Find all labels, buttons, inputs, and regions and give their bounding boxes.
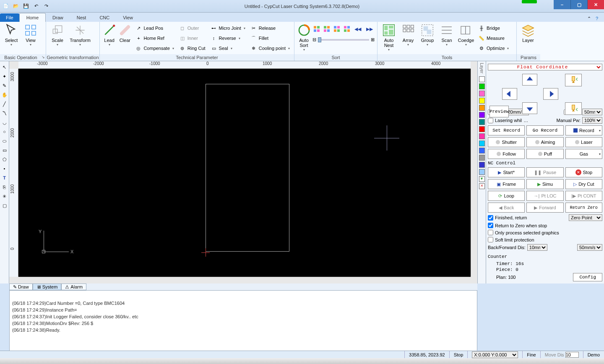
ptloc-button[interactable]: →|Pt LOC: [526, 191, 563, 201]
layer-button[interactable]: Layer: [518, 23, 538, 44]
layer-swatch[interactable]: [479, 98, 485, 104]
maximize-button[interactable]: ▢: [570, 0, 587, 9]
drycut-button[interactable]: ▷Dry Cut: [565, 179, 602, 189]
laserwhile-checkbox[interactable]: [488, 118, 493, 123]
step-select[interactable]: 50mm: [582, 109, 602, 115]
layer-swatch[interactable]: [479, 140, 485, 146]
frame-button[interactable]: ▣Frame: [488, 179, 525, 189]
btab-alarm[interactable]: ⚠Alarm: [61, 283, 86, 290]
file-tab[interactable]: File: [0, 13, 19, 22]
forward-button[interactable]: ▶Forward: [526, 203, 563, 213]
record-button[interactable]: Record▾: [565, 125, 602, 135]
release-button[interactable]: ✂Release: [249, 23, 292, 33]
coolingpoint-button[interactable]: ❄Cooling point▾: [249, 44, 292, 53]
sort-slider[interactable]: [318, 39, 369, 41]
setrecord-button[interactable]: Set Record: [488, 125, 525, 135]
node-icon[interactable]: ✦: [1, 73, 8, 80]
b-icon[interactable]: ▢: [1, 202, 8, 209]
sort-d-icon[interactable]: [343, 24, 351, 34]
simu-button[interactable]: ▶Simu: [526, 179, 563, 189]
jog-right-button[interactable]: [543, 88, 558, 100]
layer-swatch[interactable]: [479, 148, 485, 153]
tab-cnc[interactable]: CNC: [93, 13, 116, 22]
seal-button[interactable]: ▭Seal▾: [209, 44, 247, 53]
coedge-button[interactable]: Coedge ▾: [456, 23, 476, 47]
layer-swatch[interactable]: [479, 76, 485, 82]
jog-left-button[interactable]: [502, 88, 517, 100]
leadpos-button[interactable]: ↗Lead Pos: [133, 23, 175, 33]
softlimit-checkbox[interactable]: [488, 237, 493, 242]
layer-swatch[interactable]: ✕: [479, 183, 485, 189]
new-icon[interactable]: 📄: [3, 3, 9, 10]
line-icon[interactable]: ╱: [1, 101, 8, 107]
follow-button[interactable]: Follow: [488, 149, 525, 159]
stop-button[interactable]: ✕Stop: [565, 167, 602, 177]
log-panel[interactable]: (06/18 17:24:29)Card Number =0, Card typ…: [9, 290, 477, 351]
help-icon[interactable]: ?: [596, 16, 601, 22]
minimize-ribbon-icon[interactable]: ⌃: [587, 16, 593, 22]
scrollbar-horizontal[interactable]: [18, 277, 471, 283]
shutter-button[interactable]: Shutter: [488, 137, 525, 147]
layer-swatch[interactable]: [479, 133, 485, 139]
select-button[interactable]: Select ▾: [2, 23, 21, 47]
finret-checkbox[interactable]: [488, 215, 493, 221]
btab-system[interactable]: 🖥System: [33, 283, 62, 290]
layer-swatch[interactable]: ▼: [479, 176, 485, 182]
dxf-icon[interactable]: ⎘: [1, 184, 8, 190]
autosort-button[interactable]: Auto Sort ▾: [296, 23, 312, 52]
layer-swatch[interactable]: [479, 162, 485, 168]
scale-button[interactable]: Scale ▾: [48, 23, 67, 47]
z-up-button[interactable]: [565, 74, 582, 86]
z-down-button[interactable]: [565, 102, 582, 115]
btab-draw[interactable]: ✎Draw: [9, 283, 33, 290]
layer-swatch[interactable]: [479, 126, 485, 132]
bfspeed-select[interactable]: 50mm/s: [577, 244, 602, 251]
polygon-icon[interactable]: ⬠: [1, 156, 8, 163]
arc-icon[interactable]: ◡: [1, 119, 8, 126]
minimize-button[interactable]: –: [554, 0, 570, 9]
bfdis-select[interactable]: 10mm: [527, 244, 547, 251]
status-xy-select[interactable]: X:0.000 Y:0.000: [472, 351, 518, 358]
ellipse-icon[interactable]: ⬭: [1, 138, 8, 144]
config-button[interactable]: Config: [573, 273, 602, 281]
circle-icon[interactable]: ○: [1, 128, 8, 135]
dot-icon[interactable]: •: [1, 165, 8, 172]
loop-button[interactable]: ⟳Loop: [488, 191, 525, 201]
laser-button[interactable]: Laser: [565, 137, 602, 147]
outer-button[interactable]: ◻Outer: [177, 23, 207, 33]
zeropoint-select[interactable]: Zero Point: [569, 214, 602, 221]
layer-swatch[interactable]: [479, 105, 485, 111]
scrollbar-vertical[interactable]: [471, 69, 477, 277]
undo-icon[interactable]: ↶: [33, 3, 39, 10]
view-button[interactable]: View ▾: [21, 23, 40, 47]
ringcut-button[interactable]: ⊚Ring Cut: [177, 44, 207, 53]
status-moved-input[interactable]: [565, 352, 579, 358]
tab-home[interactable]: Home: [19, 13, 46, 22]
group-button[interactable]: Group ▾: [418, 23, 437, 47]
sort-c-icon[interactable]: [333, 24, 341, 34]
retzero-checkbox[interactable]: [488, 223, 493, 228]
layer-swatch[interactable]: [479, 155, 485, 161]
optimize-button[interactable]: ⚙Optimize▾: [476, 44, 510, 53]
sort-b-icon[interactable]: [323, 24, 331, 34]
microjoint-button[interactable]: ⊷Micro Joint▾: [209, 23, 247, 33]
scan-button[interactable]: Scan ▾: [437, 23, 456, 47]
redo-icon[interactable]: ↷: [43, 3, 49, 10]
tab-view[interactable]: View: [116, 13, 140, 22]
open-icon[interactable]: 📂: [13, 3, 19, 10]
drawn-rectangle[interactable]: [206, 84, 289, 252]
returnzero-button[interactable]: Return Zero: [565, 203, 602, 213]
manualpw-select[interactable]: 100%: [582, 117, 602, 124]
fillet-button[interactable]: ⌒Fillet: [249, 34, 292, 43]
prev-icon[interactable]: ◀◀: [353, 24, 363, 34]
reverse-button[interactable]: ↕Reverse▾: [209, 34, 247, 43]
basic-dialog-icon[interactable]: ↘: [42, 55, 45, 59]
tab-draw[interactable]: Draw: [46, 13, 70, 22]
coord-mode-select[interactable]: Float Coordinate: [488, 64, 602, 70]
close-button[interactable]: ✕: [587, 0, 604, 9]
next-icon[interactable]: ▶▶: [364, 24, 375, 34]
clear-button[interactable]: Clear: [117, 23, 133, 44]
puff-button[interactable]: Puff: [526, 149, 563, 159]
lead-button[interactable]: Lead ▾: [102, 23, 117, 47]
save-icon[interactable]: 💾: [23, 3, 29, 10]
